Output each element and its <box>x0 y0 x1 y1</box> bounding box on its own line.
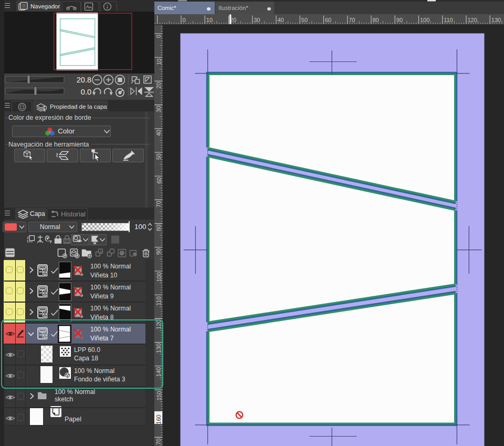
svg-text:30: 30 <box>156 106 162 112</box>
svg-text:100: 100 <box>156 272 162 282</box>
svg-text:100: 100 <box>420 17 429 23</box>
svg-text:170: 170 <box>156 439 162 446</box>
svg-text:50: 50 <box>301 17 308 23</box>
svg-text:30: 30 <box>254 17 260 23</box>
svg-text:0: 0 <box>156 35 162 38</box>
svg-text:90: 90 <box>396 17 403 23</box>
svg-text:150: 150 <box>156 391 162 400</box>
svg-text:10: 10 <box>206 17 213 23</box>
svg-text:20: 20 <box>156 82 162 88</box>
svg-text:10: 10 <box>156 58 162 65</box>
svg-text:130: 130 <box>491 17 501 23</box>
svg-text:0: 0 <box>183 17 186 23</box>
svg-text:50: 50 <box>156 153 162 160</box>
svg-text:80: 80 <box>156 225 162 231</box>
svg-text:60: 60 <box>325 17 331 23</box>
svg-text:70: 70 <box>349 17 355 23</box>
svg-text:90: 90 <box>156 248 162 255</box>
svg-text:40: 40 <box>156 130 162 136</box>
svg-text:110: 110 <box>444 17 453 23</box>
svg-text:120: 120 <box>468 17 477 23</box>
svg-text:160: 160 <box>156 414 162 424</box>
svg-text:40: 40 <box>278 17 284 23</box>
svg-text:80: 80 <box>373 17 379 23</box>
svg-text:110: 110 <box>156 296 162 306</box>
svg-text:70: 70 <box>156 201 162 207</box>
svg-text:60: 60 <box>156 177 162 183</box>
svg-text:0.0: 0.0 <box>81 88 91 96</box>
svg-text:20.8: 20.8 <box>77 76 91 84</box>
